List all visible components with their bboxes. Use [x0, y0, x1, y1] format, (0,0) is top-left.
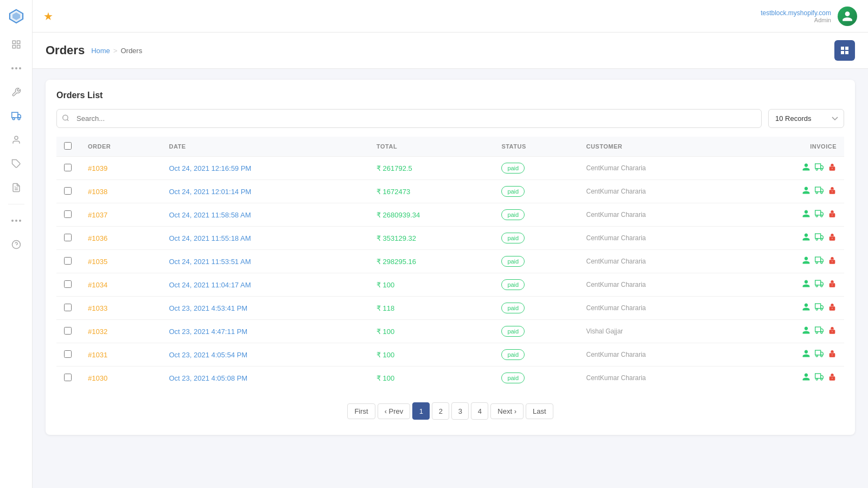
order-link[interactable]: #1032 — [88, 328, 107, 336]
orders-table: ORDER DATE TOTAL STATUS CUSTOMER INVOICE… — [56, 137, 844, 389]
sidebar-item-more1[interactable] — [7, 59, 26, 78]
search-input[interactable] — [56, 109, 762, 128]
invoice-truck-icon[interactable] — [815, 233, 824, 243]
row-invoice — [738, 367, 844, 390]
invoice-person-icon[interactable] — [802, 209, 810, 220]
row-customer: CentKumar Chararia — [578, 203, 738, 227]
svg-rect-4 — [17, 41, 20, 43]
order-link[interactable]: #1034 — [88, 281, 107, 289]
row-checkbox[interactable] — [64, 164, 72, 171]
row-checkbox[interactable] — [64, 350, 72, 358]
pagination-page-1[interactable]: 1 — [412, 402, 430, 420]
row-customer: CentKumar Chararia — [578, 273, 738, 297]
invoice-lock-icon[interactable] — [828, 279, 837, 290]
svg-point-26 — [63, 115, 68, 120]
svg-rect-46 — [815, 304, 821, 309]
pagination-page-3[interactable]: 3 — [451, 402, 469, 420]
avatar[interactable] — [838, 7, 857, 26]
row-checkbox[interactable] — [64, 187, 72, 195]
select-all-checkbox[interactable] — [64, 142, 72, 150]
row-status: paid — [494, 203, 578, 227]
sidebar-item-users[interactable] — [7, 130, 26, 150]
col-status: STATUS — [494, 137, 578, 157]
invoice-person-icon[interactable] — [802, 233, 810, 243]
orders-list-title: Orders List — [56, 91, 844, 100]
sidebar-item-docs[interactable] — [7, 178, 26, 197]
sidebar-item-tags[interactable] — [7, 154, 26, 174]
svg-rect-10 — [11, 112, 17, 118]
svg-point-13 — [15, 136, 18, 139]
svg-rect-24 — [841, 51, 844, 54]
order-link[interactable]: #1035 — [88, 258, 107, 266]
pagination-page-4[interactable]: 4 — [471, 402, 488, 420]
order-link[interactable]: #1031 — [88, 351, 107, 359]
row-checkbox[interactable] — [64, 304, 72, 311]
invoice-lock-icon[interactable] — [828, 326, 837, 337]
grid-view-button[interactable] — [834, 40, 855, 61]
invoice-lock-icon[interactable] — [828, 209, 837, 220]
order-link[interactable]: #1039 — [88, 164, 107, 172]
invoice-truck-icon[interactable] — [815, 303, 824, 313]
invoice-truck-icon[interactable] — [815, 326, 824, 337]
order-link[interactable]: #1037 — [88, 211, 107, 219]
row-order-id: #1035 — [80, 250, 161, 273]
invoice-person-icon[interactable] — [802, 163, 810, 174]
row-checkbox[interactable] — [64, 210, 72, 218]
pagination-first[interactable]: First — [347, 403, 375, 419]
invoice-lock-icon[interactable] — [828, 303, 837, 313]
invoice-person-icon[interactable] — [802, 349, 810, 360]
row-checkbox[interactable] — [64, 234, 72, 241]
pagination-last[interactable]: Last — [526, 403, 553, 419]
invoice-person-icon[interactable] — [802, 373, 810, 383]
svg-point-45 — [821, 285, 822, 287]
sidebar-item-tools[interactable] — [7, 82, 26, 102]
invoice-truck-icon[interactable] — [815, 256, 824, 267]
pagination-next[interactable]: Next › — [490, 403, 524, 419]
invoice-truck-icon[interactable] — [815, 349, 824, 360]
row-checkbox[interactable] — [64, 374, 72, 381]
invoice-lock-icon[interactable] — [828, 163, 837, 174]
sidebar-item-help[interactable] — [7, 235, 26, 254]
status-badge: paid — [501, 256, 525, 267]
row-order-id: #1038 — [80, 180, 161, 203]
table-row: #1039 Oct 24, 2021 12:16:59 PM ₹ 261792.… — [56, 157, 844, 180]
invoice-person-icon[interactable] — [802, 186, 810, 197]
invoice-lock-icon[interactable] — [828, 373, 837, 383]
invoice-person-icon[interactable] — [802, 326, 810, 337]
favorite-star-icon[interactable]: ★ — [43, 10, 53, 23]
row-total: ₹ 118 — [369, 297, 494, 320]
invoice-truck-icon[interactable] — [815, 209, 824, 220]
invoice-person-icon[interactable] — [802, 303, 810, 313]
records-per-page-select[interactable]: 10 Records 25 Records 50 Records 100 Rec… — [768, 109, 844, 128]
sidebar-item-more2[interactable] — [7, 211, 26, 230]
row-checkbox[interactable] — [64, 327, 72, 335]
pagination-page-2[interactable]: 2 — [432, 402, 449, 420]
order-link[interactable]: #1038 — [88, 188, 107, 196]
invoice-truck-icon[interactable] — [815, 163, 824, 174]
pagination-prev[interactable]: ‹ Prev — [378, 403, 411, 419]
invoice-person-icon[interactable] — [802, 256, 810, 267]
order-link[interactable]: #1030 — [88, 374, 107, 382]
svg-point-39 — [821, 239, 822, 240]
invoice-truck-icon[interactable] — [815, 373, 824, 383]
invoice-lock-icon[interactable] — [828, 256, 837, 267]
order-link[interactable]: #1033 — [88, 304, 107, 312]
row-checkbox[interactable] — [64, 257, 72, 265]
order-link[interactable]: #1036 — [88, 234, 107, 242]
sidebar-item-dashboard[interactable] — [7, 35, 26, 54]
breadcrumb-home[interactable]: Home — [91, 47, 110, 55]
sidebar-item-orders[interactable] — [7, 106, 26, 126]
invoice-lock-icon[interactable] — [828, 233, 837, 243]
status-badge: paid — [501, 186, 525, 197]
invoice-lock-icon[interactable] — [828, 186, 837, 197]
svg-rect-6 — [12, 46, 15, 48]
row-total: ₹ 261792.5 — [369, 157, 494, 180]
invoice-person-icon[interactable] — [802, 279, 810, 290]
table-row: #1035 Oct 24, 2021 11:53:51 AM ₹ 298295.… — [56, 250, 844, 273]
row-checkbox[interactable] — [64, 280, 72, 288]
invoice-truck-icon[interactable] — [815, 186, 824, 197]
invoice-lock-icon[interactable] — [828, 349, 837, 360]
svg-rect-34 — [815, 210, 821, 215]
invoice-truck-icon[interactable] — [815, 279, 824, 290]
row-date: Oct 24, 2021 11:53:51 AM — [161, 250, 369, 273]
